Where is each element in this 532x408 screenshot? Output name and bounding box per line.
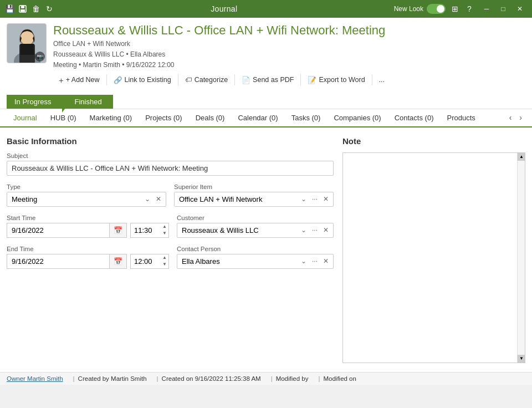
tab-bar: Journal HUB (0) Marketing (0) Projects (… bbox=[0, 109, 532, 128]
customer-more-button[interactable]: ··· bbox=[310, 225, 320, 235]
save-icon[interactable]: 💾 bbox=[4, 4, 14, 14]
add-new-button[interactable]: + + Add New bbox=[53, 73, 105, 87]
basic-info-title: Basic Information bbox=[7, 136, 334, 146]
end-time-down[interactable]: ▼ bbox=[162, 261, 167, 268]
subject-input[interactable] bbox=[7, 161, 334, 176]
customer-clear-button[interactable]: ✕ bbox=[321, 225, 331, 235]
record-header: 📷 Rousseaux & Willis LLC - Office LAN + … bbox=[0, 18, 532, 109]
svg-point-9 bbox=[21, 33, 34, 44]
help-icon[interactable]: ? bbox=[464, 4, 474, 14]
end-time-label: End Time bbox=[7, 246, 169, 252]
word-icon: 📝 bbox=[308, 76, 316, 84]
scrollbar: ▲ ▼ bbox=[517, 153, 525, 363]
svg-rect-8 bbox=[21, 44, 34, 55]
type-chevron-button[interactable]: ⌄ bbox=[142, 194, 152, 204]
customer-input[interactable] bbox=[177, 223, 296, 237]
end-date-wrapper: 📅 ▲ ▼ bbox=[7, 254, 169, 269]
close-button[interactable]: ✕ bbox=[512, 1, 528, 17]
camera-icon[interactable]: 📷 bbox=[35, 52, 45, 62]
customer-chevron-button[interactable]: ⌄ bbox=[299, 225, 309, 235]
grid-icon[interactable]: ⊞ bbox=[450, 4, 460, 14]
sep3 bbox=[234, 74, 235, 85]
status-bar: In Progress Finished bbox=[7, 95, 525, 109]
end-date-input[interactable] bbox=[7, 254, 110, 269]
contact-person-input[interactable] bbox=[177, 254, 296, 268]
tab-projects[interactable]: Projects (0) bbox=[139, 109, 188, 126]
superior-chevron-button[interactable]: ⌄ bbox=[299, 194, 309, 204]
tab-contacts[interactable]: Contacts (0) bbox=[388, 109, 441, 126]
export-to-word-button[interactable]: 📝 Export to Word bbox=[302, 74, 370, 86]
contact-person-wrapper: ⌄ ··· ✕ bbox=[177, 254, 334, 269]
start-customer-row: Start Time 📅 ▲ ▼ Customer bbox=[7, 215, 334, 238]
tab-journal[interactable]: Journal bbox=[7, 109, 44, 128]
link-to-existing-button[interactable]: 🔗 Link to Existing bbox=[108, 74, 177, 86]
footer-modified-on: Modified on bbox=[323, 375, 362, 382]
type-clear-button[interactable]: ✕ bbox=[154, 194, 163, 204]
start-time-input[interactable] bbox=[131, 223, 161, 237]
minimize-button[interactable]: ─ bbox=[479, 1, 494, 17]
superior-item-input[interactable] bbox=[175, 192, 296, 206]
delete-icon[interactable]: 🗑 bbox=[31, 4, 41, 14]
tab-navigation: ‹ › bbox=[506, 109, 525, 126]
tab-products[interactable]: Products bbox=[440, 109, 482, 126]
contact-person-label: Contact Person bbox=[177, 246, 334, 252]
save-alt-icon[interactable] bbox=[18, 4, 28, 14]
tab-next-button[interactable]: › bbox=[516, 111, 525, 124]
tab-deals[interactable]: Deals (0) bbox=[189, 109, 232, 126]
superior-item-label: Superior Item bbox=[174, 183, 334, 190]
svg-rect-1 bbox=[21, 6, 24, 8]
start-time-down[interactable]: ▼ bbox=[162, 230, 167, 237]
end-calendar-icon[interactable]: 📅 bbox=[110, 254, 127, 269]
send-pdf-label: Send as PDF bbox=[253, 76, 294, 84]
customer-actions: ⌄ ··· ✕ bbox=[296, 225, 333, 235]
end-time-up[interactable]: ▲ bbox=[162, 254, 167, 261]
subject-field: Subject bbox=[7, 152, 334, 176]
header-top: 📷 Rousseaux & Willis LLC - Office LAN + … bbox=[7, 23, 525, 90]
customer-label: Customer bbox=[177, 215, 334, 221]
superior-clear-button[interactable]: ✕ bbox=[321, 194, 331, 204]
superior-more-button[interactable]: ··· bbox=[310, 194, 320, 204]
type-input[interactable] bbox=[7, 192, 140, 206]
tab-calendar[interactable]: Calendar (0) bbox=[231, 109, 284, 126]
title-bar-left: 💾 🗑 ↻ bbox=[4, 4, 54, 14]
footer: Owner Martin Smith | Created by Martin S… bbox=[0, 372, 532, 385]
contact-more-button[interactable]: ··· bbox=[310, 256, 320, 266]
right-panel: Note ▲ ▼ bbox=[342, 136, 525, 363]
categorize-button[interactable]: 🏷 Categorize bbox=[180, 74, 233, 86]
note-container: ▲ ▼ bbox=[342, 152, 525, 363]
contact-person-actions: ⌄ ··· ✕ bbox=[296, 256, 333, 266]
start-calendar-icon[interactable]: 📅 bbox=[110, 223, 127, 238]
scroll-up-button[interactable]: ▲ bbox=[518, 153, 525, 161]
export-word-label: Export to Word bbox=[319, 76, 365, 84]
tab-companies[interactable]: Companies (0) bbox=[327, 109, 387, 126]
more-actions-button[interactable]: ... bbox=[374, 74, 390, 86]
tab-tasks[interactable]: Tasks (0) bbox=[285, 109, 328, 126]
tab-marketing[interactable]: Marketing (0) bbox=[83, 109, 139, 126]
tab-prev-button[interactable]: ‹ bbox=[506, 111, 515, 124]
end-time-arrows: ▲ ▼ bbox=[161, 254, 168, 267]
footer-created-on: Created on 9/16/2022 11:25:38 AM bbox=[162, 375, 268, 382]
customer-column: Customer ⌄ ··· ✕ bbox=[177, 215, 334, 238]
title-bar-right: New Look ⊞ ? ─ □ ✕ bbox=[394, 1, 528, 17]
scroll-down-button[interactable]: ▼ bbox=[518, 355, 525, 363]
maximize-button[interactable]: □ bbox=[495, 1, 511, 17]
header-info: Rousseaux & Willis LLC - Office LAN + Wi… bbox=[53, 23, 525, 90]
footer-owner[interactable]: Owner Martin Smith bbox=[7, 375, 70, 382]
start-date-input[interactable] bbox=[7, 223, 110, 238]
type-select-wrapper: ⌄ ✕ bbox=[7, 192, 166, 207]
end-contact-row: End Time 📅 ▲ ▼ Contact Person bbox=[7, 246, 334, 269]
status-finished[interactable]: Finished bbox=[62, 95, 112, 109]
contact-chevron-button[interactable]: ⌄ bbox=[299, 256, 309, 266]
note-textarea[interactable] bbox=[343, 153, 517, 363]
send-as-pdf-button[interactable]: 📄 Send as PDF bbox=[236, 74, 299, 86]
new-look-toggle[interactable] bbox=[427, 4, 446, 14]
end-time-input[interactable] bbox=[131, 254, 161, 268]
status-in-progress[interactable]: In Progress bbox=[7, 95, 62, 109]
svg-rect-2 bbox=[21, 9, 25, 12]
contact-clear-button[interactable]: ✕ bbox=[321, 256, 331, 266]
avatar: 📷 bbox=[7, 23, 47, 63]
refresh-icon[interactable]: ↻ bbox=[44, 4, 54, 14]
start-time-up[interactable]: ▲ bbox=[162, 223, 167, 230]
app-title: Journal bbox=[211, 4, 237, 13]
customer-wrapper: ⌄ ··· ✕ bbox=[177, 223, 334, 238]
